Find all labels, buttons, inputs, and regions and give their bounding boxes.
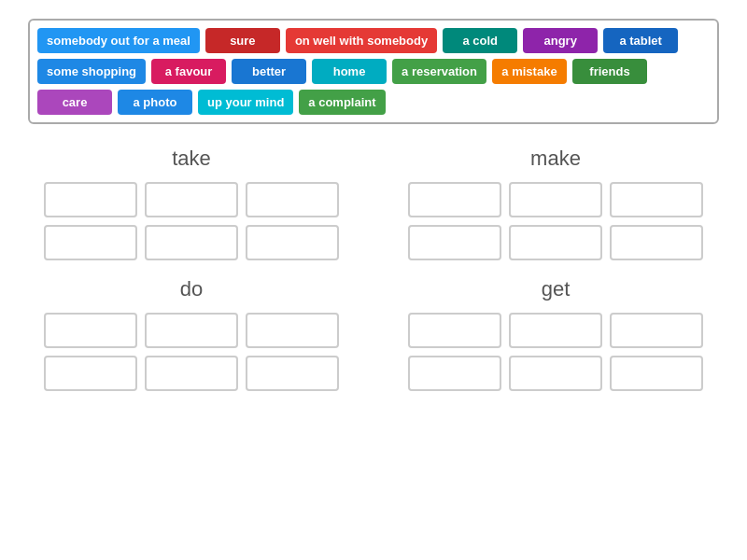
take-slot-4[interactable] bbox=[44, 225, 137, 260]
do-slot-6[interactable] bbox=[246, 356, 339, 391]
get-slot-3[interactable] bbox=[610, 313, 703, 348]
take-slot-1[interactable] bbox=[44, 182, 137, 217]
categories-area: take make bbox=[28, 147, 719, 391]
category-take: take bbox=[28, 147, 355, 260]
bottom-row-pair: do get bbox=[28, 277, 719, 391]
chip-tablet[interactable]: a tablet bbox=[603, 28, 678, 53]
make-slot-6[interactable] bbox=[610, 225, 703, 260]
make-label: make bbox=[530, 147, 581, 171]
word-bank: somebody out for a mealsureon well with … bbox=[28, 19, 719, 124]
category-do: do bbox=[28, 277, 355, 391]
chip-photo[interactable]: a photo bbox=[118, 90, 192, 115]
chip-sure[interactable]: sure bbox=[205, 28, 280, 53]
get-slot-6[interactable] bbox=[610, 356, 703, 391]
do-row-1 bbox=[44, 313, 339, 348]
do-slot-2[interactable] bbox=[145, 313, 238, 348]
make-row-1 bbox=[408, 182, 703, 217]
make-slot-1[interactable] bbox=[408, 182, 501, 217]
chip-on-well[interactable]: on well with somebody bbox=[286, 28, 437, 53]
make-row-2 bbox=[408, 225, 703, 260]
take-label: take bbox=[172, 147, 211, 171]
do-slot-4[interactable] bbox=[44, 356, 137, 391]
make-slot-2[interactable] bbox=[509, 182, 602, 217]
chip-complaint[interactable]: a complaint bbox=[299, 90, 385, 115]
chip-home[interactable]: home bbox=[312, 59, 387, 84]
get-row-2 bbox=[408, 356, 703, 391]
do-slot-1[interactable] bbox=[44, 313, 137, 348]
make-slot-5[interactable] bbox=[509, 225, 602, 260]
make-slot-4[interactable] bbox=[408, 225, 501, 260]
make-slot-3[interactable] bbox=[610, 182, 703, 217]
take-slot-5[interactable] bbox=[145, 225, 238, 260]
get-slot-4[interactable] bbox=[408, 356, 501, 391]
take-row-2 bbox=[44, 225, 339, 260]
do-row-2 bbox=[44, 356, 339, 391]
get-slot-1[interactable] bbox=[408, 313, 501, 348]
get-slot-5[interactable] bbox=[509, 356, 602, 391]
do-label: do bbox=[180, 277, 203, 301]
chip-somebody[interactable]: somebody out for a meal bbox=[37, 28, 200, 53]
chip-shopping[interactable]: some shopping bbox=[37, 59, 146, 84]
chip-care[interactable]: care bbox=[37, 90, 112, 115]
top-row-pair: take make bbox=[28, 147, 719, 260]
do-slot-3[interactable] bbox=[246, 313, 339, 348]
take-slot-6[interactable] bbox=[246, 225, 339, 260]
take-slot-3[interactable] bbox=[246, 182, 339, 217]
get-row-1 bbox=[408, 313, 703, 348]
chip-mind[interactable]: up your mind bbox=[198, 90, 293, 115]
chip-cold[interactable]: a cold bbox=[443, 28, 517, 53]
take-row-1 bbox=[44, 182, 339, 217]
get-slot-2[interactable] bbox=[509, 313, 602, 348]
chip-reservation[interactable]: a reservation bbox=[392, 59, 486, 84]
get-label: get bbox=[542, 277, 571, 301]
do-slot-5[interactable] bbox=[145, 356, 238, 391]
chip-angry[interactable]: angry bbox=[523, 28, 598, 53]
take-slot-2[interactable] bbox=[145, 182, 238, 217]
chip-friends[interactable]: friends bbox=[572, 59, 647, 84]
chip-favour[interactable]: a favour bbox=[151, 59, 226, 84]
chip-better[interactable]: better bbox=[232, 59, 306, 84]
category-get: get bbox=[392, 277, 719, 391]
category-make: make bbox=[392, 147, 719, 260]
chip-mistake[interactable]: a mistake bbox=[492, 59, 567, 84]
